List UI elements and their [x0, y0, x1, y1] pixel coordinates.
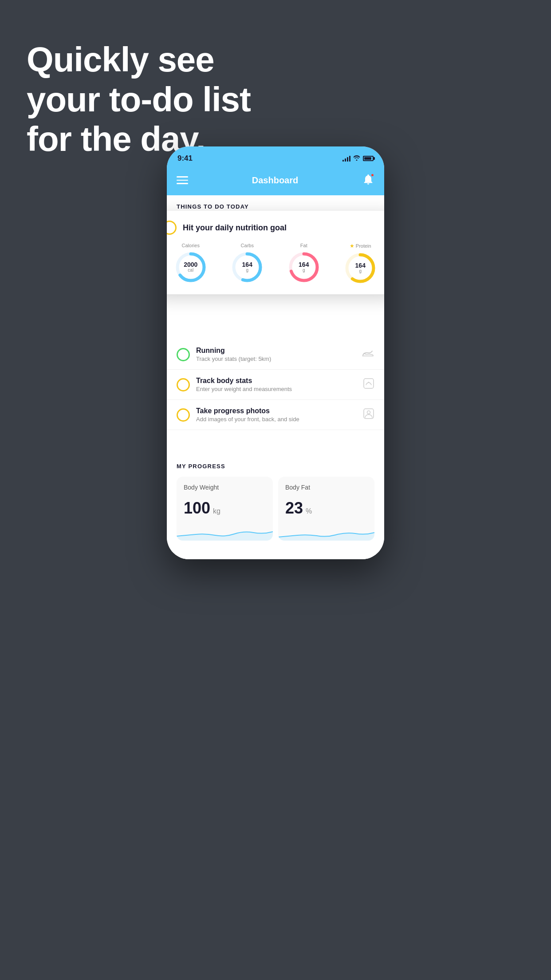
fat-donut: 164 g — [287, 251, 320, 284]
content-area: THINGS TO DO TODAY Hit your daily nutrit… — [167, 195, 384, 559]
battery-icon — [363, 156, 374, 161]
nutrition-protein: ★ Protein 164 g — [344, 243, 377, 285]
nutrition-card: Hit your daily nutrition goal Calories — [167, 211, 384, 294]
header-title: Dashboard — [252, 175, 298, 186]
running-circle — [177, 348, 190, 361]
nutrition-carbs: Carbs 164 g — [231, 243, 264, 284]
calories-label: Calories — [182, 243, 200, 248]
photos-title: Take progress photos — [196, 407, 357, 415]
star-icon: ★ — [350, 243, 354, 249]
body-weight-chart — [177, 523, 273, 541]
body-stats-text: Track body stats Enter your weight and m… — [196, 377, 357, 392]
nutrition-card-title: Hit your daily nutrition goal — [183, 223, 287, 233]
photos-text: Take progress photos Add images of your … — [196, 407, 357, 423]
svg-point-11 — [367, 411, 370, 414]
spacer — [167, 430, 384, 452]
menu-button[interactable] — [177, 176, 188, 184]
progress-cards-row: Body Weight 100 kg — [177, 477, 374, 541]
body-fat-chart — [278, 523, 374, 541]
status-icons — [342, 155, 374, 162]
scale-icon — [363, 378, 374, 392]
phone-mockup: 9:41 — [167, 146, 384, 559]
photos-circle — [177, 408, 190, 422]
nutrition-fat: Fat 164 g — [287, 243, 320, 284]
body-fat-value: 23 — [285, 499, 303, 518]
signal-icon — [342, 155, 350, 162]
notification-dot — [370, 173, 374, 177]
body-weight-card[interactable]: Body Weight 100 kg — [177, 477, 273, 541]
svg-rect-8 — [364, 379, 374, 388]
headline-text: Quickly see your to-do list for the day. — [27, 40, 251, 159]
status-bar: 9:41 — [167, 146, 384, 168]
notification-button[interactable] — [362, 173, 374, 187]
body-weight-card-title: Body Weight — [184, 484, 266, 491]
fat-label: Fat — [300, 243, 307, 248]
svg-point-9 — [368, 382, 369, 383]
body-fat-card-title: Body Fat — [285, 484, 367, 491]
body-weight-value: 100 — [184, 499, 210, 518]
carbs-label: Carbs — [241, 243, 254, 248]
protein-donut: 164 g — [344, 252, 377, 285]
running-shoe-icon — [362, 349, 374, 360]
wifi-icon — [353, 155, 360, 162]
todo-body-stats[interactable]: Track body stats Enter your weight and m… — [167, 370, 384, 400]
running-title: Running — [196, 347, 356, 355]
body-weight-unit: kg — [213, 507, 220, 515]
my-progress-section: MY PROGRESS Body Weight 100 kg — [167, 452, 384, 550]
phone-bottom-padding — [167, 550, 384, 559]
status-time: 9:41 — [177, 154, 193, 163]
todo-progress-photos[interactable]: Take progress photos Add images of your … — [167, 400, 384, 430]
body-fat-unit: % — [306, 507, 312, 515]
my-progress-title: MY PROGRESS — [177, 463, 374, 470]
nutrition-calories: Calories 2000 cal — [174, 243, 207, 284]
carbs-donut: 164 g — [231, 251, 264, 284]
body-stats-desc: Enter your weight and measurements — [196, 386, 357, 392]
app-header: Dashboard — [167, 168, 384, 195]
todo-running[interactable]: Running Track your stats (target: 5km) — [167, 340, 384, 370]
person-photo-icon — [363, 408, 374, 422]
calories-donut: 2000 cal — [174, 251, 207, 284]
protein-label: ★ Protein — [350, 243, 371, 249]
running-desc: Track your stats (target: 5km) — [196, 356, 356, 362]
nutrition-check-circle[interactable] — [167, 221, 177, 235]
photos-desc: Add images of your front, back, and side — [196, 416, 357, 423]
running-text: Running Track your stats (target: 5km) — [196, 347, 356, 362]
body-stats-circle — [177, 378, 190, 391]
body-fat-card[interactable]: Body Fat 23 % — [278, 477, 374, 541]
nutrition-metrics: Calories 2000 cal — [167, 243, 384, 285]
body-stats-title: Track body stats — [196, 377, 357, 385]
